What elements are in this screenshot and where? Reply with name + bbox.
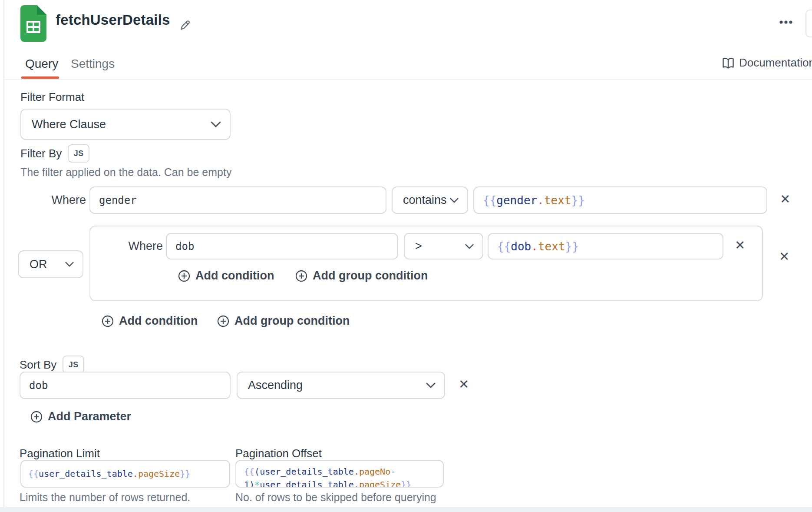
filter-by-help-text: The filter applied on the data. Can be e… xyxy=(20,166,231,178)
pagination-offset-input[interactable]: {{(user_details_table.pageNo- 1)*user_de… xyxy=(235,460,444,488)
chevron-down-icon xyxy=(65,262,74,267)
sort-by-js-toggle[interactable]: JS xyxy=(63,356,84,374)
group-add-group-condition-button[interactable]: Add group condition xyxy=(295,269,428,283)
delete-group-condition-button[interactable]: ✕ xyxy=(735,239,745,252)
add-group-condition-button[interactable]: Add group condition xyxy=(217,314,350,328)
pencil-icon xyxy=(179,19,191,31)
add-group-condition-label: Add group condition xyxy=(234,314,350,328)
pagination-offset-code-line2: 1)*user_details_table.pageSize}} xyxy=(244,478,435,488)
condition-operator-select[interactable]: contains xyxy=(392,186,468,214)
tab-query[interactable]: Query xyxy=(25,58,58,70)
group-condition-operator-select[interactable]: > xyxy=(404,233,483,259)
pagination-offset-code-line1: {{(user_details_table.pageNo- xyxy=(244,465,435,478)
run-button-partial[interactable] xyxy=(805,10,812,37)
chevron-down-icon xyxy=(450,198,459,203)
condition-key-value: gender xyxy=(99,194,137,206)
filter-format-value: Where Clause xyxy=(32,118,106,131)
filter-by-label: Filter By xyxy=(20,147,62,160)
group-join-value: OR xyxy=(30,258,47,271)
plus-circle-icon xyxy=(178,270,190,282)
edit-title-button[interactable] xyxy=(179,19,191,31)
book-icon xyxy=(722,57,735,70)
add-condition-label: Add condition xyxy=(119,314,198,328)
google-sheets-icon xyxy=(20,5,46,42)
plus-circle-icon xyxy=(30,411,43,423)
group-condition-key-value: dob xyxy=(175,240,194,253)
page-title: fetchUserDetails xyxy=(56,12,170,28)
documentation-link[interactable]: Documentation xyxy=(719,56,812,70)
add-parameter-label: Add Parameter xyxy=(48,410,131,423)
plus-circle-icon xyxy=(295,270,307,282)
tab-settings[interactable]: Settings xyxy=(71,58,115,70)
where-label: Where xyxy=(127,233,163,259)
delete-condition-button[interactable]: ✕ xyxy=(780,193,790,206)
query-editor-page: fetchUserDetails Query Settings xyxy=(0,0,812,512)
chevron-down-icon xyxy=(465,244,474,249)
more-menu-button[interactable] xyxy=(779,20,793,24)
documentation-label: Documentation xyxy=(739,56,812,70)
group-condition-value-code: {{dob.text}} xyxy=(497,240,579,253)
condition-group-box: Where dob > {{dob.text}} ✕ Add condition xyxy=(89,226,763,301)
active-tab-underline xyxy=(21,76,59,79)
group-condition-operator-value: > xyxy=(415,239,422,253)
pagination-offset-label: Pagination Offset xyxy=(235,447,322,460)
add-condition-label: Add condition xyxy=(195,269,274,283)
left-panel-divider xyxy=(3,0,4,512)
condition-operator-value: contains xyxy=(403,193,447,207)
sort-column-value: dob xyxy=(29,379,48,392)
add-parameter-button[interactable]: Add Parameter xyxy=(30,410,131,423)
chevron-down-icon xyxy=(211,121,221,127)
add-group-condition-label: Add group condition xyxy=(313,269,428,283)
condition-value-code: {{gender.text}} xyxy=(483,194,585,207)
bottom-panel-edge xyxy=(0,507,812,512)
delete-sort-button[interactable]: ✕ xyxy=(459,378,469,391)
pagination-offset-help: No. of rows to be skipped before queryin… xyxy=(235,491,436,503)
pagination-limit-input[interactable]: {{user_details_table.pageSize}} xyxy=(20,460,230,488)
condition-value-input[interactable]: {{gender.text}} xyxy=(473,186,767,214)
pagination-limit-help: Limits the number of rows returned. xyxy=(20,491,190,503)
sort-column-input[interactable]: dob xyxy=(20,372,231,399)
filter-format-label: Filter Format xyxy=(20,90,84,103)
where-label: Where xyxy=(35,186,86,214)
filter-by-js-toggle[interactable]: JS xyxy=(68,144,89,163)
filter-format-select[interactable]: Where Clause xyxy=(20,109,231,140)
pagination-limit-code: {{user_details_table.pageSize}} xyxy=(28,467,190,480)
plus-circle-icon xyxy=(102,315,114,327)
condition-key-input[interactable]: gender xyxy=(89,186,386,214)
group-condition-key-input[interactable]: dob xyxy=(166,233,398,259)
chevron-down-icon xyxy=(426,382,436,388)
delete-group-button[interactable]: ✕ xyxy=(779,250,789,263)
plus-circle-icon xyxy=(217,315,229,327)
group-condition-value-input[interactable]: {{dob.text}} xyxy=(488,233,723,259)
group-join-select[interactable]: OR xyxy=(18,250,83,278)
more-menu-icon xyxy=(779,20,793,24)
sort-order-select[interactable]: Ascending xyxy=(237,372,445,399)
tabs-bottom-border xyxy=(4,79,812,80)
add-condition-button[interactable]: Add condition xyxy=(102,314,198,328)
sort-by-label: Sort By xyxy=(20,358,56,371)
group-add-condition-button[interactable]: Add condition xyxy=(178,269,274,283)
sort-order-value: Ascending xyxy=(248,379,303,392)
pagination-limit-label: Pagination Limit xyxy=(20,447,100,460)
